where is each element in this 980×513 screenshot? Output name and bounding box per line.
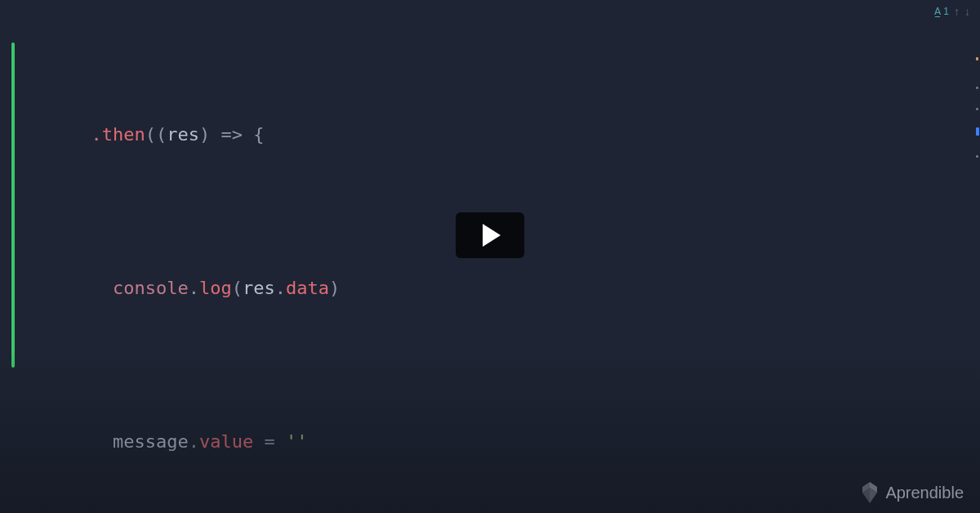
code-line: .then((res) => { — [69, 115, 980, 154]
play-button[interactable] — [456, 212, 524, 258]
logo-icon — [861, 482, 879, 503]
code-line: message.value = '' — [69, 422, 980, 461]
code-line: console.log(res.data) — [69, 269, 980, 307]
arrow-up-icon[interactable]: ↑ — [954, 5, 960, 18]
arrow-down-icon[interactable]: ↓ — [964, 5, 970, 18]
watermark-text: Aprendible — [885, 484, 964, 502]
play-icon — [483, 224, 501, 247]
code-block: .then((res) => { console.log(res.data) m… — [69, 0, 980, 513]
minimap[interactable] — [976, 49, 978, 457]
git-change-indicator — [11, 42, 15, 368]
watermark: Aprendible — [861, 482, 964, 503]
spellcheck-indicator: A̲ 1 — [934, 6, 949, 17]
editor-problems-indicator[interactable]: A̲ 1 ↑ ↓ — [934, 5, 970, 18]
